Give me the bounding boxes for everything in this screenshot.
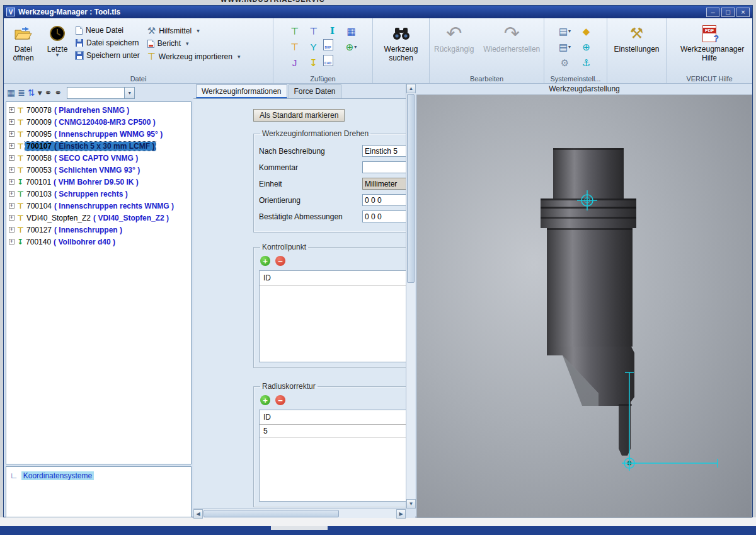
- tree-item-700140[interactable]: +↧700140( Vollbohrer d40 ): [6, 236, 191, 248]
- tree-item-700101[interactable]: +↧700101( VHM Bohrer D9.50 IK ): [6, 176, 191, 188]
- kontrollpunkt-list[interactable]: ID: [259, 270, 406, 362]
- add-insert-table-icon[interactable]: ▦: [342, 23, 361, 39]
- tree-item-700078[interactable]: +⊤700078( Plandrehen SNMG ): [6, 104, 191, 116]
- tree-item-700009[interactable]: +⊤700009( CNMG120408-MR3 CP500 ): [6, 116, 191, 128]
- expand-icon[interactable]: +: [9, 179, 14, 185]
- tab-werkzeuginformationen[interactable]: Werkzeuginformationen: [196, 84, 287, 98]
- expand-icon[interactable]: +: [9, 227, 14, 233]
- detail-vertical-scrollbar[interactable]: ▲ ▼: [406, 84, 415, 509]
- report-option-icon[interactable]: ▤▾: [554, 39, 576, 55]
- tree-item-700103[interactable]: +⊤700103( Schruppen rechts ): [6, 188, 191, 200]
- add-cad-file-icon[interactable]: CAD: [323, 55, 333, 66]
- sort-options-caret-icon[interactable]: ▾: [38, 88, 42, 97]
- tree-item-700107[interactable]: +⊤700107( Einstich 5 x 30 mm LCMF ): [6, 140, 191, 152]
- tool-filter-dropdown-icon[interactable]: ▾: [125, 87, 135, 99]
- als-standard-markieren-button[interactable]: Als Standard markieren: [253, 109, 345, 122]
- expand-icon[interactable]: +: [9, 167, 14, 173]
- expand-icon[interactable]: +: [9, 239, 14, 244]
- scroll-down-icon[interactable]: ▼: [406, 499, 416, 509]
- expand-icon[interactable]: +: [9, 215, 14, 221]
- import-tool-web-icon[interactable]: ⊕▾: [342, 39, 361, 55]
- add-dxf-file-icon[interactable]: DXF: [323, 39, 333, 50]
- bericht-menu-button[interactable]: Bericht: [147, 39, 241, 48]
- expand-icon[interactable]: +: [9, 143, 14, 149]
- tool-display-option-icon[interactable]: ▤▾: [554, 23, 576, 39]
- find-next-tool-icon[interactable]: ⚭: [54, 88, 62, 97]
- settings-gear-icon[interactable]: ⚙: [554, 55, 576, 71]
- kommentar-input[interactable]: [362, 161, 406, 173]
- koordinatensysteme-item[interactable]: ∟ Koordinatensysteme: [10, 471, 187, 480]
- tree-item-700058[interactable]: +⊤700058( SECO CAPTO VNMG ): [6, 152, 191, 164]
- expand-icon[interactable]: +: [9, 191, 14, 197]
- tool-3d-viewport[interactable]: [416, 95, 752, 518]
- export-tools-icon[interactable]: ▦: [7, 88, 15, 97]
- tree-item-VDI40_Stopfen_Z2[interactable]: +⊤VDI40_Stopfen_Z2( VDI40_Stopfen_Z2 ): [6, 212, 191, 224]
- add-kontrollpunkt-button[interactable]: +: [260, 256, 270, 266]
- tree-item-700104[interactable]: +⊤700104( Innenschruppen rechts WNMG ): [6, 200, 191, 212]
- remove-radiuskorrektur-button[interactable]: −: [275, 395, 285, 405]
- add-probe-tool-icon[interactable]: ⊤: [285, 39, 304, 55]
- einheit-select[interactable]: [362, 178, 406, 190]
- radiuskorrektur-id-header: ID: [260, 410, 406, 425]
- save-as-button[interactable]: Speichern unter: [76, 51, 140, 60]
- save-file-button[interactable]: Datei speichern: [76, 38, 140, 47]
- hilfsmittel-menu-button[interactable]: ⚒ Hilfsmittel: [147, 26, 241, 35]
- tree-item-700095[interactable]: +⊤700095( Innenschruppen WNMG 95° ): [6, 128, 191, 140]
- orientierung-input[interactable]: [362, 194, 406, 206]
- tool-description: ( SECO CAPTO VNMG ): [54, 154, 138, 163]
- werkzeug-suchen-button[interactable]: Werkzeug suchen: [379, 21, 423, 64]
- undo-button[interactable]: ↶ Rückgängig: [433, 21, 474, 55]
- minimize-button[interactable]: –: [706, 8, 719, 17]
- tab-force-daten[interactable]: Force Daten: [289, 84, 341, 98]
- redo-button[interactable]: ↷ Wiederherstellen: [483, 21, 540, 55]
- einstellungen-button[interactable]: ⚒ Einstellungen: [611, 21, 662, 55]
- new-file-button[interactable]: Neue Datei: [76, 26, 140, 35]
- expand-icon[interactable]: +: [9, 131, 14, 137]
- werkzeug-importieren-button[interactable]: ⊤ Werkzeug importieren: [147, 52, 241, 61]
- tree-item-700053[interactable]: +⊤700053( Schlichten VNMG 93° ): [6, 164, 191, 176]
- machine-box-icon[interactable]: ◆: [576, 23, 597, 39]
- add-mill-tool-icon[interactable]: ⊤: [304, 23, 323, 39]
- recent-files-button[interactable]: Letzte ▾: [42, 21, 73, 58]
- scroll-up-icon[interactable]: ▲: [406, 84, 416, 93]
- remove-kontrollpunkt-button[interactable]: −: [275, 256, 285, 266]
- close-button[interactable]: ×: [736, 8, 750, 17]
- add-radiuskorrektur-button[interactable]: +: [260, 395, 270, 405]
- find-tool-icon[interactable]: ⚭: [45, 88, 52, 97]
- sort-tools-icon[interactable]: ⇅: [28, 88, 35, 97]
- anchor-icon[interactable]: ⚓: [576, 55, 597, 71]
- scroll-right-icon[interactable]: ▶: [396, 509, 406, 519]
- radiuskorrektur-legend: Radiuskorrektur: [260, 382, 318, 391]
- nach-beschreibung-input[interactable]: [362, 145, 406, 157]
- field-label: Orientierung: [259, 196, 362, 205]
- add-grooving-tool-icon[interactable]: Y: [304, 39, 323, 55]
- add-drill-tool-icon[interactable]: ↧: [304, 55, 323, 71]
- tool-list-icon[interactable]: ≣: [18, 88, 25, 97]
- werkzeugmanager-hilfe-button[interactable]: PDF ? Werkzeugmanager Hilfe: [678, 21, 741, 64]
- detail-horizontal-scrollbar[interactable]: ◀ ▶: [193, 509, 406, 518]
- list-row[interactable]: 5: [260, 425, 406, 438]
- add-hook-tool-icon[interactable]: J: [285, 55, 304, 71]
- bestaetigte-abmessungen-input[interactable]: [362, 210, 406, 222]
- expand-icon[interactable]: +: [9, 107, 14, 113]
- tool-filter-input[interactable]: [67, 87, 125, 99]
- tool-icon: ⊤: [17, 202, 24, 210]
- horizontal-scroll-thumb[interactable]: [203, 510, 339, 517]
- expand-icon[interactable]: +: [9, 119, 14, 125]
- taskbar: [0, 526, 756, 535]
- radiuskorrektur-list[interactable]: ID 5: [259, 410, 406, 502]
- expand-icon[interactable]: +: [9, 155, 14, 161]
- kontrollpunkt-actions: + −: [260, 256, 406, 266]
- scroll-left-icon[interactable]: ◀: [193, 509, 203, 519]
- vertical-scroll-thumb[interactable]: [407, 94, 415, 283]
- maximize-button[interactable]: □: [721, 8, 735, 17]
- open-file-button[interactable]: Datei öffnen: [8, 21, 39, 64]
- expand-icon[interactable]: +: [9, 203, 14, 209]
- probe-pin-icon[interactable]: ⊕: [576, 39, 597, 55]
- title-bar[interactable]: V Werkzeug-Manager : Tool.tls – □ ×: [4, 6, 752, 18]
- add-reamer-tool-icon[interactable]: I: [323, 23, 342, 39]
- tool-description: ( Innenschruppen rechts WNMG ): [54, 202, 174, 210]
- tool-id: 700107: [26, 142, 52, 151]
- add-turn-tool-icon[interactable]: ⊤: [285, 23, 304, 39]
- tree-item-700127[interactable]: +⊤700127( Innenschruppen ): [6, 224, 191, 236]
